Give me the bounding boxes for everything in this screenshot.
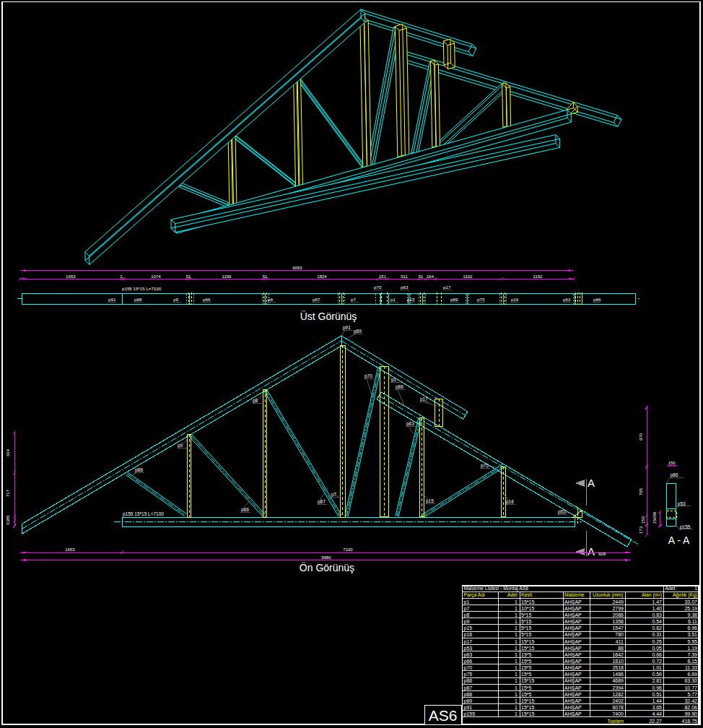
svg-text:1486: 1486 — [612, 672, 624, 677]
svg-text:8.15: 8.15 — [687, 659, 697, 664]
svg-text:411: 411 — [616, 639, 624, 644]
svg-text:p86: p86 — [593, 297, 601, 302]
svg-text:AHŞAP: AHŞAP — [564, 698, 582, 704]
svg-text:Kesit: Kesit — [521, 592, 532, 597]
svg-text:AHŞAP: AHŞAP — [564, 672, 582, 677]
svg-text:25.19: 25.19 — [684, 606, 697, 611]
svg-text:33.07: 33.07 — [684, 599, 697, 604]
svg-text:0.62: 0.62 — [652, 625, 662, 630]
svg-text:AHŞAP: AHŞAP — [564, 599, 582, 605]
svg-text:AHŞAP: AHŞAP — [564, 665, 582, 671]
svg-text:928: 928 — [598, 552, 606, 556]
svg-text:AHŞAP: AHŞAP — [564, 692, 582, 698]
svg-text:p66: p66 — [464, 659, 473, 664]
svg-text:6.96: 6.96 — [687, 625, 697, 630]
svg-text:p63: p63 — [401, 285, 409, 290]
svg-text:9053: 9053 — [292, 266, 302, 270]
svg-text:2086: 2086 — [612, 612, 624, 618]
svg-text:10*15: 10*15 — [521, 606, 534, 611]
svg-text:p89: p89 — [464, 698, 473, 704]
svg-text:1.01: 1.01 — [652, 665, 662, 670]
svg-text:1653: 1653 — [65, 547, 75, 552]
svg-text:A - A: A - A — [668, 534, 690, 546]
svg-text:151: 151 — [379, 274, 387, 279]
svg-text:p17: p17 — [464, 639, 473, 645]
svg-text:15*5: 15*5 — [521, 692, 532, 697]
svg-text:AHŞAP: AHŞAP — [564, 646, 582, 651]
svg-text:A: A — [588, 545, 595, 558]
svg-text:0.05: 0.05 — [652, 646, 662, 651]
svg-text:p63: p63 — [563, 297, 571, 302]
svg-text:0.54: 0.54 — [652, 619, 662, 624]
svg-text:AHŞAP: AHŞAP — [564, 612, 582, 618]
svg-text:5*15: 5*15 — [521, 612, 532, 618]
svg-text:9.38: 9.38 — [687, 612, 697, 618]
svg-text:Ön Görünüş: Ön Görünüş — [300, 561, 354, 573]
svg-text:p1: p1 — [390, 297, 396, 302]
svg-text:15*5: 15*5 — [521, 685, 532, 690]
svg-text:5.77: 5.77 — [687, 692, 697, 697]
svg-text:5*15: 5*15 — [521, 625, 532, 630]
svg-text:1642: 1642 — [612, 652, 624, 657]
svg-text:3.65: 3.65 — [652, 705, 662, 710]
svg-text:1: 1 — [515, 672, 518, 677]
svg-text:1074: 1074 — [151, 274, 161, 279]
svg-text:717: 717 — [6, 489, 10, 497]
svg-text:AHŞAP: AHŞAP — [564, 678, 582, 684]
svg-text:11.33: 11.33 — [685, 665, 697, 670]
svg-text:2449: 2449 — [612, 599, 624, 604]
svg-text:0.72: 0.72 — [652, 659, 662, 664]
svg-text:22.27: 22.27 — [649, 719, 662, 724]
svg-text:5.55: 5.55 — [687, 639, 697, 644]
svg-text:1: 1 — [515, 606, 518, 611]
svg-text:3.51: 3.51 — [687, 632, 697, 637]
svg-text:p17: p17 — [443, 285, 451, 290]
svg-text:6.69: 6.69 — [687, 672, 697, 677]
svg-text:150: 150 — [641, 516, 645, 524]
svg-text:p7: p7 — [464, 606, 470, 612]
svg-text:AHŞAP: AHŞAP — [564, 711, 582, 717]
svg-text:5*15: 5*15 — [521, 619, 532, 624]
svg-text:0.25: 0.25 — [652, 639, 662, 644]
svg-text:4689: 4689 — [612, 678, 624, 683]
svg-text:32.42: 32.42 — [684, 698, 697, 703]
svg-text:p91: p91 — [108, 297, 116, 302]
svg-text:150: 150 — [668, 461, 676, 465]
svg-text:1: 1 — [515, 612, 518, 618]
svg-text:1: 1 — [515, 639, 518, 644]
svg-text:1: 1 — [515, 711, 518, 716]
svg-text:1358: 1358 — [612, 619, 624, 624]
svg-text:6.11: 6.11 — [688, 619, 697, 624]
svg-text:p75: p75 — [477, 297, 485, 302]
svg-text:15*5: 15*5 — [521, 672, 532, 677]
svg-text:9980: 9980 — [321, 555, 331, 560]
svg-text:p88: p88 — [464, 692, 473, 698]
svg-text:5*15: 5*15 — [521, 632, 532, 637]
svg-text:A: A — [588, 477, 595, 489]
svg-text:15*15: 15*15 — [521, 599, 534, 604]
svg-text:1547: 1547 — [612, 625, 624, 630]
svg-text:1: 1 — [515, 652, 518, 657]
svg-text:4.44: 4.44 — [652, 711, 662, 716]
svg-text:51: 51 — [419, 274, 424, 279]
svg-text:Malzeme Listesi - Montaj AS6: Malzeme Listesi - Montaj AS6 — [464, 586, 529, 592]
svg-text:15*15: 15*15 — [521, 698, 534, 703]
svg-text:p16: p16 — [464, 632, 473, 638]
svg-text:p88: p88 — [134, 297, 142, 302]
svg-text:p66: p66 — [203, 297, 211, 302]
svg-text:51: 51 — [186, 274, 191, 279]
svg-text:Üst Görünüş: Üst Görünüş — [300, 310, 357, 322]
svg-text:1192: 1192 — [533, 274, 543, 279]
svg-text:0.83: 0.83 — [652, 612, 662, 618]
svg-text:Ağırlık (Kg): Ağırlık (Kg) — [673, 592, 697, 598]
svg-text:p15: p15 — [407, 297, 415, 302]
svg-text:7.39: 7.39 — [687, 652, 697, 657]
svg-text:AHŞAP: AHŞAP — [564, 625, 582, 631]
svg-text:1653: 1653 — [66, 274, 76, 279]
svg-text:p70: p70 — [464, 665, 473, 671]
svg-text:6385: 6385 — [6, 515, 10, 525]
svg-text:p15: p15 — [464, 625, 473, 631]
svg-text:1: 1 — [515, 692, 518, 697]
svg-text:p16: p16 — [511, 297, 519, 302]
svg-text:88: 88 — [618, 646, 624, 651]
